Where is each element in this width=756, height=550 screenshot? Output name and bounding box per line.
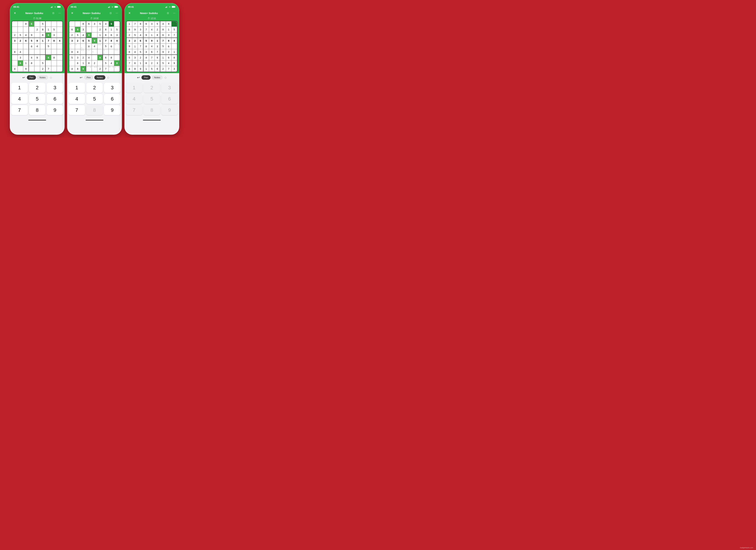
cell[interactable] xyxy=(69,21,75,27)
cell[interactable]: 4 xyxy=(34,44,40,49)
cell[interactable]: 4 xyxy=(29,55,35,60)
cell[interactable]: 7 xyxy=(149,55,155,60)
cell[interactable]: 13 xyxy=(114,44,120,49)
cell[interactable]: 8 xyxy=(138,21,143,27)
cell[interactable]: 4 xyxy=(80,32,86,38)
cell[interactable]: 2 xyxy=(12,32,18,38)
erase-button-1[interactable]: ◇ xyxy=(49,75,53,80)
cell[interactable]: 6 xyxy=(103,55,109,60)
cell[interactable]: 9 xyxy=(92,38,97,44)
cell[interactable]: 9 xyxy=(97,55,103,60)
numpad-btn-9[interactable]: 9 xyxy=(47,105,63,115)
cell[interactable]: 13 xyxy=(114,66,120,72)
cell[interactable]: 1 xyxy=(143,66,149,72)
cell[interactable]: 8 xyxy=(155,32,160,38)
cell[interactable]: 7 xyxy=(69,60,75,66)
cell[interactable]: 4 xyxy=(127,66,132,72)
cell[interactable] xyxy=(57,21,62,27)
cell[interactable]: 2 xyxy=(138,55,143,60)
close-button-3[interactable]: ✕ xyxy=(127,11,132,16)
cell[interactable]: 7 xyxy=(103,38,109,44)
cell[interactable]: 8 xyxy=(69,49,75,55)
erase-button-2[interactable]: ◇ xyxy=(106,75,110,80)
cell[interactable]: 1 xyxy=(97,38,103,44)
cell[interactable]: 1 xyxy=(40,38,46,44)
cell[interactable] xyxy=(57,55,62,60)
cell[interactable]: 2 xyxy=(80,55,86,60)
numpad-btn-3[interactable]: 3 xyxy=(104,83,120,93)
numpad-btn-3[interactable]: 3 xyxy=(47,83,63,93)
cell[interactable]: 4 xyxy=(109,60,114,66)
cell[interactable]: 4 xyxy=(12,66,18,72)
cell[interactable]: 2 xyxy=(18,38,23,44)
cell[interactable] xyxy=(12,27,18,32)
cell[interactable]: 5 xyxy=(29,38,35,44)
cell[interactable]: 9 xyxy=(114,60,120,66)
numpad-btn-7[interactable]: 7 xyxy=(69,105,85,115)
cell[interactable]: 2 xyxy=(149,60,155,66)
share-button-1[interactable]: ⊡ xyxy=(51,11,56,16)
numpad-btn-9[interactable]: 9 xyxy=(161,105,178,115)
cell[interactable]: 9 xyxy=(138,66,143,72)
cell[interactable] xyxy=(40,44,46,49)
cell[interactable]: 5 xyxy=(114,27,120,32)
cell[interactable]: 5 xyxy=(155,21,160,27)
cell[interactable] xyxy=(23,27,29,32)
cell[interactable]: 5 xyxy=(103,60,109,66)
cell[interactable]: 9 xyxy=(75,27,81,32)
cell[interactable]: 9 xyxy=(127,44,132,49)
cell[interactable]: 4 xyxy=(75,49,81,55)
cell[interactable]: 2 xyxy=(132,38,138,44)
cell[interactable] xyxy=(57,32,62,38)
numpad-btn-2[interactable]: 2 xyxy=(144,83,160,93)
cell[interactable]: 7 xyxy=(46,38,51,44)
cell[interactable]: 9 xyxy=(34,55,40,60)
numpad-btn-1[interactable]: 1 xyxy=(11,83,28,93)
cell[interactable]: 3 xyxy=(171,66,177,72)
cell[interactable]: 4 xyxy=(92,44,97,49)
cell[interactable]: 7 xyxy=(132,21,138,27)
cell[interactable]: 8 xyxy=(51,55,57,60)
cell[interactable] xyxy=(57,27,62,32)
cell[interactable]: 9 xyxy=(34,38,40,44)
cell[interactable]: 3 xyxy=(69,38,75,44)
cell[interactable]: 4 xyxy=(143,55,149,60)
cell[interactable] xyxy=(51,66,57,72)
cell[interactable]: 2 xyxy=(97,66,103,72)
cell[interactable]: 8 xyxy=(80,21,86,27)
cell[interactable] xyxy=(18,21,23,27)
cell[interactable]: 8 xyxy=(103,32,109,38)
cell[interactable]: 6 xyxy=(29,21,35,27)
cell[interactable]: 5 xyxy=(171,27,177,32)
undo-button-1[interactable]: ↩ xyxy=(22,75,26,80)
more-button-2[interactable]: ··· xyxy=(114,11,119,16)
cell[interactable] xyxy=(12,21,18,27)
cell[interactable]: 1 xyxy=(171,49,177,55)
cell[interactable] xyxy=(51,44,57,49)
cell[interactable]: 4 xyxy=(69,66,75,72)
cell[interactable]: 5 xyxy=(160,60,166,66)
cell[interactable]: 2 xyxy=(40,66,46,72)
cell[interactable]: 5 xyxy=(143,38,149,44)
cell[interactable] xyxy=(29,27,35,32)
cell[interactable]: 6 xyxy=(160,32,166,38)
cell[interactable] xyxy=(34,49,40,55)
cell[interactable]: 23 xyxy=(97,44,103,49)
cell[interactable]: 5 xyxy=(18,32,23,38)
numpad-btn-6[interactable]: 6 xyxy=(47,94,63,104)
cell[interactable]: 8 xyxy=(75,66,81,72)
cell[interactable]: 4 xyxy=(18,49,23,55)
cell[interactable]: 2 xyxy=(155,27,160,32)
cell[interactable] xyxy=(34,32,40,38)
cell[interactable]: 36 xyxy=(109,66,114,72)
numpad-btn-7[interactable]: 7 xyxy=(11,105,28,115)
cell[interactable] xyxy=(51,60,57,66)
numpad-btn-5[interactable]: 5 xyxy=(144,94,160,104)
cell[interactable]: 2 xyxy=(127,32,132,38)
cell[interactable]: 5 xyxy=(69,55,75,60)
cell[interactable]: 6 xyxy=(138,38,143,44)
numpad-btn-9[interactable]: 9 xyxy=(104,105,120,115)
cell[interactable]: 9 xyxy=(155,55,160,60)
cell[interactable]: 12 xyxy=(114,49,120,55)
cell[interactable]: 1 xyxy=(109,27,114,32)
